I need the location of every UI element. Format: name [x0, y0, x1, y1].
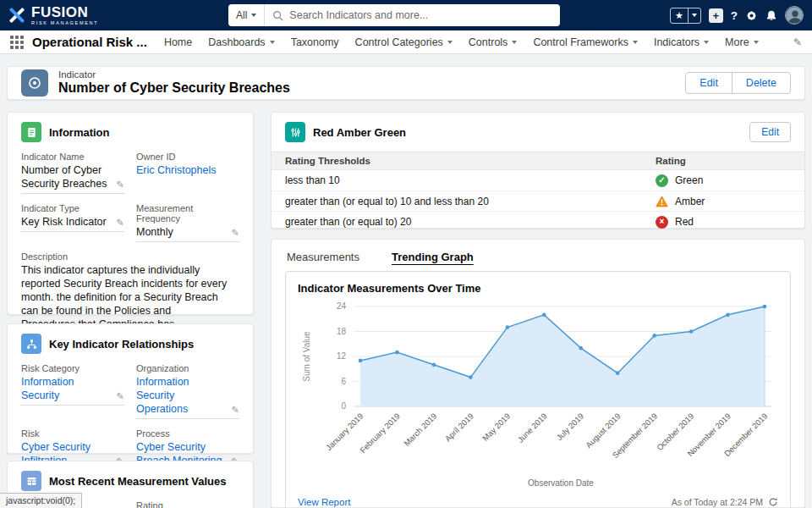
field-label: Organization [136, 363, 239, 373]
field-rating: Rating [136, 500, 239, 508]
edit-pencil-icon[interactable]: ✎ [112, 391, 124, 402]
column-rating-thresholds: Rating Thresholds [285, 156, 656, 166]
app-navigation-bar: Operational Risk ... Home Dashboards Tax… [0, 30, 812, 54]
brand-tagline: RISK MANAGEMENT [31, 21, 98, 26]
record-actions: Edit Delete [685, 72, 791, 94]
as-of-text: As of Today at 2:24 PM [672, 497, 763, 507]
svg-text:October 2019: October 2019 [655, 411, 695, 452]
app-name: Operational Risk ... [32, 35, 147, 49]
nav-tab-controls[interactable]: Controls [469, 36, 518, 48]
threshold-cell: greater than (or equal to) 10 and less t… [285, 196, 656, 207]
rag-card: Red Amber Green Edit Rating Thresholds R… [271, 112, 805, 229]
risk-category-link[interactable]: Information Security [21, 375, 112, 402]
brand-name: FUSION [31, 5, 98, 19]
record-title: Number of Cyber Security Breaches [58, 80, 290, 96]
svg-text:June 2019: June 2019 [516, 411, 549, 444]
recent-values-table-icon [21, 471, 41, 491]
rating-cell: Amber [675, 196, 705, 207]
nav-tab-control-frameworks[interactable]: Control Frameworks [533, 36, 638, 48]
edit-pencil-icon[interactable]: ✎ [227, 405, 239, 416]
table-row: greater than (or equal to) 20 × Red [272, 212, 804, 233]
svg-text:0: 0 [341, 401, 346, 411]
global-header: FUSION RISK MANAGEMENT All ★ + ? [0, 0, 812, 30]
edit-pencil-icon[interactable]: ✎ [112, 179, 124, 190]
app-launcher-icon[interactable] [10, 36, 24, 49]
chevron-down-icon [692, 14, 697, 17]
global-search: All [228, 4, 560, 26]
help-button[interactable]: ? [731, 9, 738, 22]
field-label: Rating [136, 500, 239, 508]
field-label: Risk Category [21, 363, 124, 373]
delete-button[interactable]: Delete [732, 72, 791, 94]
trend-chart: 06121824January 2019February 2019March 2… [298, 300, 780, 493]
setup-gear-button[interactable] [745, 9, 758, 22]
browser-status-bar: javascript:void(0); [0, 493, 82, 508]
record-header: Indicator Number of Cyber Security Breac… [7, 66, 805, 100]
chevron-down-icon [270, 41, 275, 44]
global-add-button[interactable]: + [709, 8, 723, 23]
user-avatar[interactable] [785, 6, 804, 25]
field-owner: Owner ID Eric Christophels [136, 152, 239, 194]
nav-tab-indicators[interactable]: Indicators [654, 36, 709, 48]
field-indicator-type: Indicator Type Key Risk Indicator ✎ [21, 203, 124, 242]
field-value: Number of Cyber Security Breaches [21, 163, 112, 190]
field-label: Measurement Frequency [136, 203, 239, 224]
header-actions: ★ + ? [670, 6, 804, 25]
field-label: Indicator Name [21, 152, 124, 162]
nav-tab-taxonomy[interactable]: Taxonomy [291, 36, 339, 48]
chart-title: Indicator Measurements Over Time [298, 282, 778, 295]
fusion-logo: FUSION RISK MANAGEMENT [8, 5, 98, 26]
indicator-record-icon [21, 69, 48, 97]
report-chart-card: Indicator Measurements Over Time 0612182… [285, 271, 791, 508]
view-report-link[interactable]: View Report [298, 497, 350, 507]
search-icon [272, 10, 283, 21]
recent-values-card-title: Most Recent Measurement Values [49, 475, 227, 488]
field-label: Risk [21, 428, 124, 439]
chevron-down-icon [704, 41, 709, 44]
threshold-cell: less than 10 [285, 174, 656, 186]
chevron-down-icon [447, 41, 453, 44]
svg-text:April 2019: April 2019 [443, 411, 475, 444]
chevron-down-icon [754, 41, 759, 44]
tab-trending-graph[interactable]: Trending Graph [392, 251, 474, 263]
nav-tab-dashboards[interactable]: Dashboards [208, 36, 274, 48]
information-card-title: Information [49, 126, 110, 139]
svg-text:6: 6 [341, 377, 346, 386]
column-rating: Rating [656, 156, 791, 166]
rating-cell: Red [675, 216, 694, 228]
chevron-down-icon [251, 14, 256, 17]
measurements-tabs: Measurements Trending Graph [272, 240, 804, 271]
search-scope-label: All [236, 9, 247, 21]
nav-tab-control-categories[interactable]: Control Categories [355, 36, 453, 48]
relationships-card: Key Indicator Relationships Risk Categor… [7, 323, 254, 454]
search-scope-selector[interactable]: All [228, 4, 265, 26]
organization-link[interactable]: Information Security Operations [136, 375, 227, 416]
chevron-down-icon [512, 41, 517, 44]
rag-edit-button[interactable]: Edit [749, 122, 791, 142]
fusion-x-icon [8, 7, 25, 24]
chevron-down-icon [633, 41, 638, 44]
success-icon: ✓ [656, 174, 668, 187]
svg-text:May 2019: May 2019 [480, 411, 512, 443]
table-row: greater than (or equal to) 10 and less t… [272, 191, 804, 212]
measurements-panel: Measurements Trending Graph Indicator Me… [271, 239, 805, 508]
tab-measurements[interactable]: Measurements [287, 251, 359, 263]
refresh-icon[interactable] [768, 497, 778, 507]
nav-tab-home[interactable]: Home [164, 36, 192, 48]
owner-link[interactable]: Eric Christophels [136, 163, 239, 177]
field-label: Indicator Type [21, 203, 124, 213]
rating-cell: Green [675, 174, 703, 186]
field-risk-category: Risk Category Information Security ✎ [21, 363, 124, 419]
field-value: Key Risk Indicator [21, 215, 112, 229]
favorites-button[interactable]: ★ [670, 8, 701, 24]
edit-pencil-icon[interactable]: ✎ [227, 228, 239, 239]
edit-pencil-icon[interactable]: ✎ [112, 218, 124, 229]
field-label: Owner ID [136, 152, 239, 162]
search-input[interactable] [283, 9, 560, 21]
nav-tab-more[interactable]: More [725, 36, 758, 48]
edit-nav-pencil-icon[interactable]: ✎ [793, 36, 802, 48]
field-label: Process [136, 428, 239, 439]
svg-text:July 2019: July 2019 [555, 411, 586, 443]
notifications-bell-button[interactable] [765, 9, 777, 22]
edit-button[interactable]: Edit [685, 72, 732, 94]
